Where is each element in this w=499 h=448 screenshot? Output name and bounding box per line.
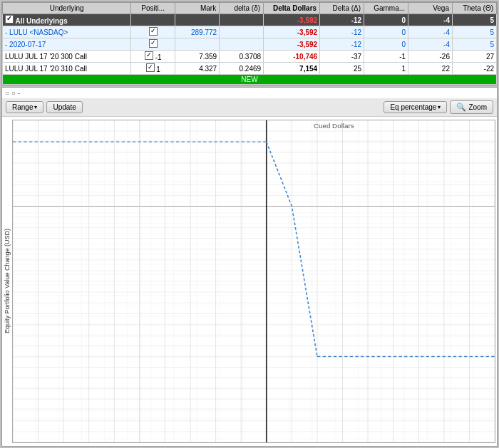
cell-delta-d: -12 bbox=[320, 26, 364, 38]
col-header-underlying: Underlying bbox=[3, 3, 131, 14]
cell-theta: 27 bbox=[452, 51, 496, 63]
y-axis-label: Equity Portfolio Value Change (USD) bbox=[2, 120, 12, 443]
cell-theta: 5 bbox=[452, 26, 496, 38]
cell-mark: 4.327 bbox=[175, 63, 220, 75]
cell-delta-s bbox=[220, 38, 264, 51]
cell-delta-dollars: 7,154 bbox=[264, 63, 320, 75]
cell-underlying: LULU JUL 17 '20 310 Call bbox=[3, 63, 131, 75]
cell-delta-d: -12 bbox=[320, 14, 364, 26]
col-header-delta-d: Delta (Δ) bbox=[320, 3, 364, 14]
cell-delta-s: 0.3708 bbox=[220, 51, 264, 63]
col-header-vega: Vega bbox=[408, 3, 453, 14]
cell-delta-dollars: -3,592 bbox=[264, 26, 320, 38]
chart-svg: 400 350 300 250 200 150 bbox=[13, 120, 495, 442]
chart-area: Equity Portfolio Value Change (USD) bbox=[2, 117, 497, 446]
cell-gamma: 0 bbox=[364, 14, 408, 26]
checkbox[interactable] bbox=[145, 51, 153, 60]
cell-delta-d: -12 bbox=[320, 38, 364, 51]
cell-vega: -4 bbox=[408, 26, 453, 38]
table-row[interactable]: NEW bbox=[3, 75, 497, 85]
cell-underlying: - 2020-07-17 bbox=[3, 38, 131, 51]
cell-vega: -26 bbox=[408, 51, 453, 63]
chevron-down-icon: ▾ bbox=[438, 104, 441, 110]
eq-percentage-button[interactable]: Eq percentage ▾ bbox=[384, 101, 447, 113]
cell-position bbox=[131, 14, 175, 26]
svg-text:Cued Dollars: Cued Dollars bbox=[314, 123, 354, 130]
magnifier-icon: 🔍 bbox=[456, 103, 466, 112]
col-header-delta-dollars: Delta Dollars bbox=[264, 3, 320, 14]
update-button[interactable]: Update bbox=[46, 101, 82, 113]
col-header-theta: Theta (Θ) bbox=[452, 3, 496, 14]
table-header-row: Underlying Positi... Mark delta (δ) Delt… bbox=[3, 3, 497, 14]
cell-underlying: - LULU <NASDAQ> bbox=[3, 26, 131, 38]
positions-table-section: Underlying Positi... Mark delta (δ) Delt… bbox=[1, 1, 498, 85]
cell-mark: 7.359 bbox=[175, 51, 220, 63]
cell-position[interactable] bbox=[131, 26, 175, 38]
table-row: - 2020-07-17 -3,592 -12 0 -4 5 bbox=[3, 38, 497, 51]
table-row: - LULU <NASDAQ> 289.772 -3,592 -12 0 -4 … bbox=[3, 26, 497, 38]
cell-mark: 289.772 bbox=[175, 26, 220, 38]
cell-delta-dollars: -10,746 bbox=[264, 51, 320, 63]
col-header-mark: Mark bbox=[175, 3, 220, 14]
cell-delta-dollars: -3,592 bbox=[264, 38, 320, 51]
range-button[interactable]: Range ▾ bbox=[6, 101, 43, 113]
chart-section: ○ ○ - Range ▾ Update Eq percentage ▾ 🔍 Z… bbox=[1, 87, 498, 447]
cell-new[interactable]: NEW bbox=[3, 75, 497, 85]
main-container: Underlying Positi... Mark delta (δ) Delt… bbox=[0, 0, 499, 448]
cell-vega: -4 bbox=[408, 14, 453, 26]
cell-gamma: -1 bbox=[364, 51, 408, 63]
cell-theta: 5 bbox=[452, 14, 496, 26]
chart-plot: 400 350 300 250 200 150 bbox=[12, 120, 495, 443]
table-row: All Underlyings -3,592 -12 0 -4 5 bbox=[3, 14, 497, 26]
cell-underlying: LULU JUL 17 '20 300 Call bbox=[3, 51, 131, 63]
chevron-down-icon: ▾ bbox=[34, 104, 37, 110]
cell-mark bbox=[175, 38, 220, 51]
cell-theta: 5 bbox=[452, 38, 496, 51]
checkbox[interactable] bbox=[149, 39, 158, 48]
cell-delta-s bbox=[220, 26, 264, 38]
col-header-gamma: Gamma... bbox=[364, 3, 408, 14]
zoom-button[interactable]: 🔍 Zoom bbox=[450, 100, 493, 114]
table-row: LULU JUL 17 '20 310 Call 1 4.327 0.2469 … bbox=[3, 63, 497, 75]
cell-vega: -4 bbox=[408, 38, 453, 51]
cell-gamma: 1 bbox=[364, 63, 408, 75]
checkbox[interactable] bbox=[146, 63, 155, 72]
col-header-position: Positi... bbox=[131, 3, 175, 14]
cell-delta-dollars: -3,592 bbox=[264, 14, 320, 26]
chart-dots: ○ ○ - bbox=[2, 88, 497, 98]
cell-position[interactable]: -1 bbox=[131, 51, 175, 63]
positions-table: Underlying Positi... Mark delta (δ) Delt… bbox=[2, 2, 497, 85]
checkbox[interactable] bbox=[5, 15, 14, 24]
cell-position[interactable] bbox=[131, 38, 175, 51]
cell-underlying: All Underlyings bbox=[3, 14, 131, 26]
cell-gamma: 0 bbox=[364, 38, 408, 51]
chart-toolbar: Range ▾ Update Eq percentage ▾ 🔍 Zoom bbox=[2, 98, 497, 117]
cell-position[interactable]: 1 bbox=[131, 63, 175, 75]
cell-gamma: 0 bbox=[364, 26, 408, 38]
cell-vega: 22 bbox=[408, 63, 453, 75]
checkbox[interactable] bbox=[149, 27, 158, 36]
cell-mark bbox=[175, 14, 220, 26]
cell-delta-s: 0.2469 bbox=[220, 63, 264, 75]
cell-delta-d: 25 bbox=[320, 63, 364, 75]
table-row: LULU JUL 17 '20 300 Call -1 7.359 0.3708… bbox=[3, 51, 497, 63]
cell-theta: -22 bbox=[452, 63, 496, 75]
cell-delta-s bbox=[220, 14, 264, 26]
cell-delta-d: -37 bbox=[320, 51, 364, 63]
col-header-delta-s: delta (δ) bbox=[220, 3, 264, 14]
